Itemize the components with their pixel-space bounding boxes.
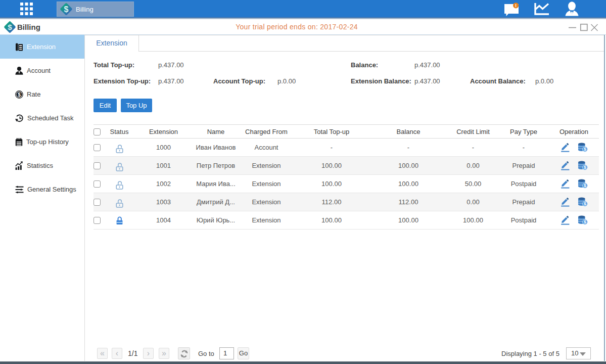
svg-text:$: $: [583, 219, 586, 224]
svg-text:$: $: [583, 201, 586, 206]
svg-text:!: !: [515, 3, 517, 8]
svg-text:$: $: [583, 147, 586, 152]
svg-text:$: $: [583, 183, 586, 188]
svg-text:$: $: [583, 165, 586, 170]
svg-text:$: $: [18, 92, 21, 97]
svg-text:$: $: [64, 5, 69, 14]
